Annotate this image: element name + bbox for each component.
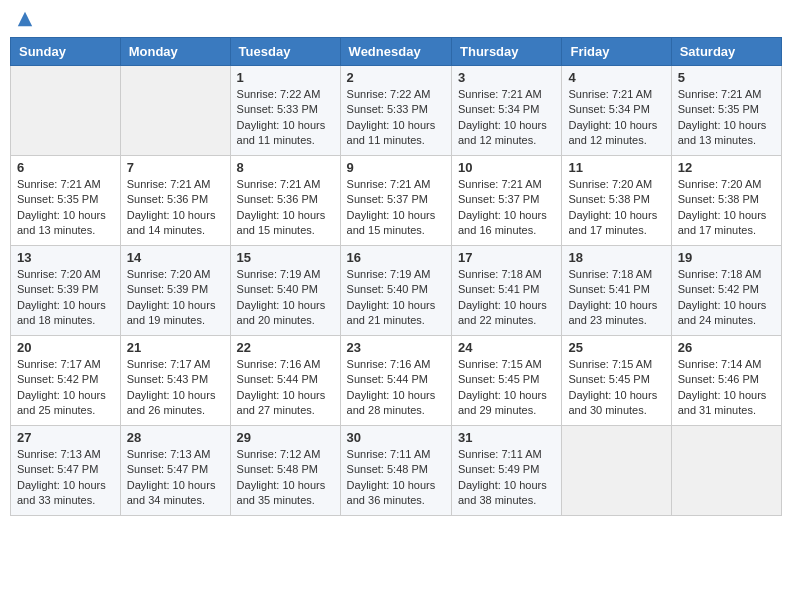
day-info: Sunrise: 7:12 AMSunset: 5:48 PMDaylight:… [237, 447, 334, 509]
day-info: Sunrise: 7:21 AMSunset: 5:36 PMDaylight:… [237, 177, 334, 239]
calendar-day-cell: 22Sunrise: 7:16 AMSunset: 5:44 PMDayligh… [230, 336, 340, 426]
day-number: 15 [237, 250, 334, 265]
calendar-day-cell: 31Sunrise: 7:11 AMSunset: 5:49 PMDayligh… [452, 426, 562, 516]
calendar-day-cell: 4Sunrise: 7:21 AMSunset: 5:34 PMDaylight… [562, 66, 671, 156]
day-number: 5 [678, 70, 775, 85]
calendar-day-cell: 21Sunrise: 7:17 AMSunset: 5:43 PMDayligh… [120, 336, 230, 426]
day-info: Sunrise: 7:13 AMSunset: 5:47 PMDaylight:… [17, 447, 114, 509]
calendar-day-cell: 7Sunrise: 7:21 AMSunset: 5:36 PMDaylight… [120, 156, 230, 246]
day-number: 8 [237, 160, 334, 175]
day-number: 13 [17, 250, 114, 265]
calendar-day-cell: 6Sunrise: 7:21 AMSunset: 5:35 PMDaylight… [11, 156, 121, 246]
calendar-day-cell: 16Sunrise: 7:19 AMSunset: 5:40 PMDayligh… [340, 246, 451, 336]
day-info: Sunrise: 7:20 AMSunset: 5:38 PMDaylight:… [678, 177, 775, 239]
day-info: Sunrise: 7:19 AMSunset: 5:40 PMDaylight:… [237, 267, 334, 329]
day-number: 12 [678, 160, 775, 175]
calendar-day-cell: 12Sunrise: 7:20 AMSunset: 5:38 PMDayligh… [671, 156, 781, 246]
calendar-day-cell: 1Sunrise: 7:22 AMSunset: 5:33 PMDaylight… [230, 66, 340, 156]
day-info: Sunrise: 7:20 AMSunset: 5:39 PMDaylight:… [17, 267, 114, 329]
calendar-day-cell: 24Sunrise: 7:15 AMSunset: 5:45 PMDayligh… [452, 336, 562, 426]
day-of-week-header: Sunday [11, 38, 121, 66]
calendar-header-row: SundayMondayTuesdayWednesdayThursdayFrid… [11, 38, 782, 66]
day-info: Sunrise: 7:20 AMSunset: 5:38 PMDaylight:… [568, 177, 664, 239]
calendar-day-cell: 23Sunrise: 7:16 AMSunset: 5:44 PMDayligh… [340, 336, 451, 426]
calendar-day-cell [120, 66, 230, 156]
day-info: Sunrise: 7:18 AMSunset: 5:41 PMDaylight:… [458, 267, 555, 329]
day-number: 18 [568, 250, 664, 265]
calendar-day-cell: 27Sunrise: 7:13 AMSunset: 5:47 PMDayligh… [11, 426, 121, 516]
calendar-day-cell: 18Sunrise: 7:18 AMSunset: 5:41 PMDayligh… [562, 246, 671, 336]
day-number: 11 [568, 160, 664, 175]
day-of-week-header: Thursday [452, 38, 562, 66]
day-number: 26 [678, 340, 775, 355]
day-of-week-header: Friday [562, 38, 671, 66]
day-number: 19 [678, 250, 775, 265]
logo-icon [16, 10, 34, 28]
calendar-day-cell: 13Sunrise: 7:20 AMSunset: 5:39 PMDayligh… [11, 246, 121, 336]
calendar-week-row: 6Sunrise: 7:21 AMSunset: 5:35 PMDaylight… [11, 156, 782, 246]
calendar-day-cell: 9Sunrise: 7:21 AMSunset: 5:37 PMDaylight… [340, 156, 451, 246]
day-number: 3 [458, 70, 555, 85]
calendar-day-cell: 19Sunrise: 7:18 AMSunset: 5:42 PMDayligh… [671, 246, 781, 336]
day-info: Sunrise: 7:11 AMSunset: 5:49 PMDaylight:… [458, 447, 555, 509]
day-info: Sunrise: 7:21 AMSunset: 5:34 PMDaylight:… [458, 87, 555, 149]
calendar-day-cell: 3Sunrise: 7:21 AMSunset: 5:34 PMDaylight… [452, 66, 562, 156]
calendar-week-row: 27Sunrise: 7:13 AMSunset: 5:47 PMDayligh… [11, 426, 782, 516]
calendar-day-cell: 5Sunrise: 7:21 AMSunset: 5:35 PMDaylight… [671, 66, 781, 156]
day-of-week-header: Wednesday [340, 38, 451, 66]
day-number: 30 [347, 430, 445, 445]
calendar-week-row: 13Sunrise: 7:20 AMSunset: 5:39 PMDayligh… [11, 246, 782, 336]
day-info: Sunrise: 7:21 AMSunset: 5:36 PMDaylight:… [127, 177, 224, 239]
day-number: 1 [237, 70, 334, 85]
day-number: 22 [237, 340, 334, 355]
day-number: 2 [347, 70, 445, 85]
calendar-day-cell: 29Sunrise: 7:12 AMSunset: 5:48 PMDayligh… [230, 426, 340, 516]
calendar-week-row: 1Sunrise: 7:22 AMSunset: 5:33 PMDaylight… [11, 66, 782, 156]
day-info: Sunrise: 7:16 AMSunset: 5:44 PMDaylight:… [237, 357, 334, 419]
day-info: Sunrise: 7:17 AMSunset: 5:43 PMDaylight:… [127, 357, 224, 419]
calendar-day-cell: 2Sunrise: 7:22 AMSunset: 5:33 PMDaylight… [340, 66, 451, 156]
day-of-week-header: Saturday [671, 38, 781, 66]
day-number: 9 [347, 160, 445, 175]
day-info: Sunrise: 7:21 AMSunset: 5:35 PMDaylight:… [678, 87, 775, 149]
calendar-day-cell [11, 66, 121, 156]
day-number: 21 [127, 340, 224, 355]
calendar-day-cell: 25Sunrise: 7:15 AMSunset: 5:45 PMDayligh… [562, 336, 671, 426]
calendar-day-cell: 20Sunrise: 7:17 AMSunset: 5:42 PMDayligh… [11, 336, 121, 426]
calendar-day-cell: 11Sunrise: 7:20 AMSunset: 5:38 PMDayligh… [562, 156, 671, 246]
day-info: Sunrise: 7:18 AMSunset: 5:42 PMDaylight:… [678, 267, 775, 329]
day-info: Sunrise: 7:18 AMSunset: 5:41 PMDaylight:… [568, 267, 664, 329]
day-info: Sunrise: 7:20 AMSunset: 5:39 PMDaylight:… [127, 267, 224, 329]
day-info: Sunrise: 7:19 AMSunset: 5:40 PMDaylight:… [347, 267, 445, 329]
day-number: 14 [127, 250, 224, 265]
calendar-day-cell: 8Sunrise: 7:21 AMSunset: 5:36 PMDaylight… [230, 156, 340, 246]
day-number: 6 [17, 160, 114, 175]
calendar-day-cell: 10Sunrise: 7:21 AMSunset: 5:37 PMDayligh… [452, 156, 562, 246]
svg-marker-0 [18, 12, 32, 26]
day-number: 27 [17, 430, 114, 445]
day-number: 20 [17, 340, 114, 355]
day-number: 7 [127, 160, 224, 175]
day-number: 29 [237, 430, 334, 445]
day-info: Sunrise: 7:21 AMSunset: 5:37 PMDaylight:… [347, 177, 445, 239]
calendar-day-cell [562, 426, 671, 516]
calendar-table: SundayMondayTuesdayWednesdayThursdayFrid… [10, 37, 782, 516]
day-number: 24 [458, 340, 555, 355]
day-number: 16 [347, 250, 445, 265]
day-info: Sunrise: 7:22 AMSunset: 5:33 PMDaylight:… [237, 87, 334, 149]
day-info: Sunrise: 7:14 AMSunset: 5:46 PMDaylight:… [678, 357, 775, 419]
day-info: Sunrise: 7:16 AMSunset: 5:44 PMDaylight:… [347, 357, 445, 419]
day-info: Sunrise: 7:13 AMSunset: 5:47 PMDaylight:… [127, 447, 224, 509]
day-of-week-header: Monday [120, 38, 230, 66]
day-number: 23 [347, 340, 445, 355]
day-info: Sunrise: 7:15 AMSunset: 5:45 PMDaylight:… [568, 357, 664, 419]
day-number: 28 [127, 430, 224, 445]
day-number: 4 [568, 70, 664, 85]
day-info: Sunrise: 7:21 AMSunset: 5:37 PMDaylight:… [458, 177, 555, 239]
calendar-day-cell [671, 426, 781, 516]
day-number: 31 [458, 430, 555, 445]
day-info: Sunrise: 7:11 AMSunset: 5:48 PMDaylight:… [347, 447, 445, 509]
day-info: Sunrise: 7:21 AMSunset: 5:34 PMDaylight:… [568, 87, 664, 149]
calendar-day-cell: 17Sunrise: 7:18 AMSunset: 5:41 PMDayligh… [452, 246, 562, 336]
day-info: Sunrise: 7:17 AMSunset: 5:42 PMDaylight:… [17, 357, 114, 419]
